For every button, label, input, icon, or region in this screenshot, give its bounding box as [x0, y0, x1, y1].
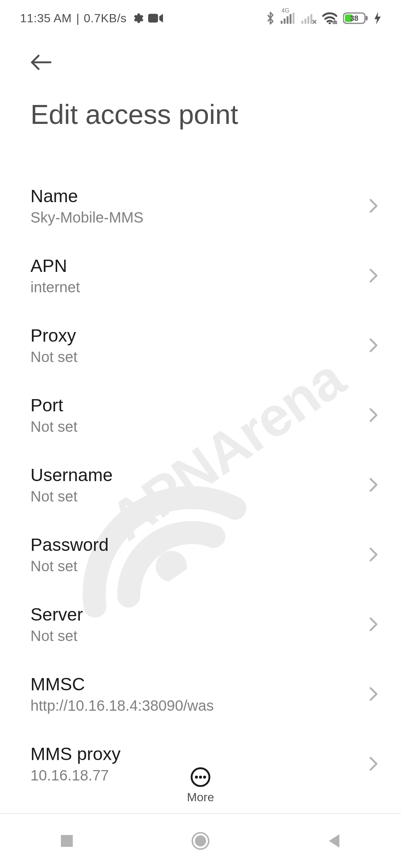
system-nav-bar	[0, 813, 401, 868]
gear-icon	[131, 12, 144, 24]
setting-text: UsernameNot set	[30, 465, 113, 505]
setting-label: APN	[30, 256, 80, 276]
chevron-right-icon	[366, 687, 381, 701]
setting-text: PasswordNot set	[30, 535, 109, 575]
setting-text: NameSky-Mobile-MMS	[30, 186, 143, 226]
setting-value: Not set	[30, 488, 113, 505]
chevron-right-icon	[366, 268, 381, 283]
setting-text: ServerNot set	[30, 604, 83, 644]
svg-point-20	[195, 776, 198, 779]
setting-value: Sky-Mobile-MMS	[30, 209, 143, 226]
arrow-left-icon	[29, 53, 53, 71]
charging-bolt-icon	[374, 12, 381, 24]
triangle-left-icon	[327, 833, 342, 849]
toolbar	[0, 33, 401, 77]
svg-point-21	[199, 776, 202, 779]
setting-row-port[interactable]: PortNot set	[0, 380, 401, 450]
setting-value: Not set	[30, 418, 78, 435]
bluetooth-icon	[266, 11, 275, 25]
svg-rect-6	[290, 14, 291, 24]
setting-text: ProxyNot set	[30, 325, 78, 365]
status-right: 4G	[266, 11, 381, 25]
status-left: 11:35 AM | 0.7KB/s	[20, 11, 163, 25]
svg-point-25	[195, 835, 206, 846]
setting-label: Proxy	[30, 325, 78, 346]
setting-row-proxy[interactable]: ProxyNot set	[0, 310, 401, 380]
back-button[interactable]	[26, 47, 56, 77]
setting-text: APNinternet	[30, 256, 80, 296]
nav-home-button[interactable]	[184, 824, 217, 858]
status-bar: 11:35 AM | 0.7KB/s 4G	[0, 0, 401, 33]
setting-row-username[interactable]: UsernameNot set	[0, 450, 401, 520]
setting-row-apn[interactable]: APNinternet	[0, 241, 401, 310]
status-sep: |	[76, 11, 79, 25]
svg-rect-5	[287, 16, 288, 24]
svg-rect-7	[293, 13, 294, 24]
chevron-right-icon	[366, 198, 381, 213]
more-label: More	[187, 790, 214, 804]
svg-rect-15	[366, 16, 368, 20]
settings-list[interactable]: NameSky-Mobile-MMSAPNinternetProxyNot se…	[0, 171, 401, 809]
setting-label: MMSC	[30, 674, 214, 694]
chevron-right-icon	[366, 547, 381, 562]
setting-row-mmsc[interactable]: MMSChttp://10.16.18.4:38090/was	[0, 659, 401, 729]
setting-value: internet	[30, 279, 80, 296]
more-button[interactable]	[189, 766, 212, 788]
signal-none-icon	[301, 13, 316, 24]
svg-rect-8	[301, 21, 303, 24]
wifi-icon	[322, 12, 337, 24]
chevron-right-icon	[366, 408, 381, 423]
setting-label: MMS proxy	[30, 744, 121, 764]
setting-label: Name	[30, 186, 143, 206]
setting-label: Username	[30, 465, 113, 485]
signal-4g-icon: 4G	[281, 13, 296, 24]
chevron-right-icon	[366, 617, 381, 632]
svg-point-12	[329, 22, 331, 24]
chevron-right-icon	[366, 477, 381, 492]
setting-label: Server	[30, 604, 83, 625]
svg-rect-3	[281, 21, 283, 24]
svg-text:38: 38	[350, 14, 358, 22]
svg-rect-9	[304, 19, 306, 24]
signal-tag: 4G	[281, 7, 289, 14]
more-circle-icon	[190, 767, 211, 788]
page-title: Edit access point	[0, 77, 401, 130]
setting-row-name[interactable]: NameSky-Mobile-MMS	[0, 171, 401, 241]
svg-rect-2	[148, 14, 158, 22]
setting-text: PortNot set	[30, 395, 78, 435]
bottom-action-bar: More	[0, 766, 401, 804]
svg-rect-11	[310, 14, 312, 24]
setting-label: Password	[30, 535, 109, 555]
svg-rect-4	[284, 19, 286, 24]
setting-row-server[interactable]: ServerNot set	[0, 589, 401, 659]
battery-icon: 38	[343, 12, 368, 24]
svg-rect-10	[307, 16, 309, 24]
setting-value: http://10.16.18.4:38090/was	[30, 697, 214, 714]
setting-value: Not set	[30, 349, 78, 365]
setting-text: MMSChttp://10.16.18.4:38090/was	[30, 674, 214, 714]
status-time: 11:35 AM	[20, 11, 72, 25]
setting-row-password[interactable]: PasswordNot set	[0, 520, 401, 589]
video-icon	[148, 13, 163, 24]
setting-value: Not set	[30, 558, 109, 575]
square-icon	[59, 834, 74, 848]
svg-rect-23	[61, 835, 73, 847]
nav-recents-button[interactable]	[50, 824, 84, 858]
nav-back-button[interactable]	[317, 824, 351, 858]
setting-value: Not set	[30, 628, 83, 644]
circle-icon	[191, 831, 210, 851]
chevron-right-icon	[366, 338, 381, 353]
setting-label: Port	[30, 395, 78, 415]
status-netspeed: 0.7KB/s	[84, 11, 127, 25]
svg-point-22	[203, 776, 206, 779]
